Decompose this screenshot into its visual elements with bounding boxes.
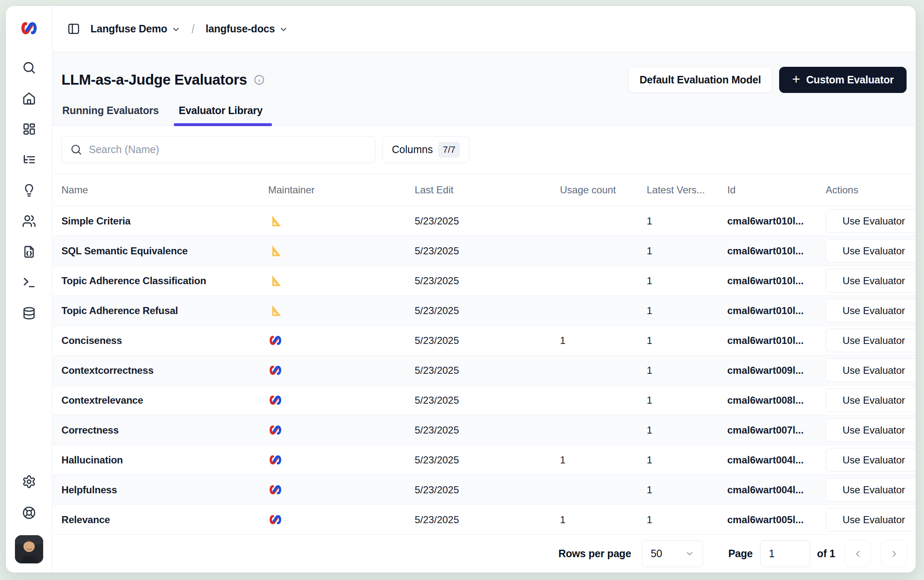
sidebar-nav	[20, 59, 38, 322]
use-evaluator-button[interactable]: Use Evaluator	[826, 508, 916, 531]
page-number-input[interactable]	[760, 540, 810, 567]
langfuse-icon	[268, 423, 415, 437]
sidebar-item-home[interactable]	[20, 90, 38, 107]
maintainer-cell	[268, 393, 415, 407]
sidebar-toggle-icon[interactable]	[65, 20, 82, 38]
latest-version: 1	[647, 484, 727, 496]
evaluator-name: Relevance	[52, 514, 268, 526]
rows-per-page-select[interactable]: 50	[642, 540, 703, 567]
project-selector[interactable]: langfuse-docs	[205, 23, 288, 35]
sidebar-item-support[interactable]	[20, 504, 38, 521]
next-page-button[interactable]	[880, 540, 907, 567]
table-row[interactable]: Hallucination5/23/202511cmal6wart004l...…	[52, 445, 916, 475]
org-selector[interactable]: Langfuse Demo	[90, 23, 181, 35]
use-evaluator-button[interactable]: Use Evaluator	[826, 448, 916, 472]
sidebar-item-users[interactable]	[20, 212, 38, 229]
dashboard-grid-icon	[22, 122, 36, 136]
main-area: Langfuse Demo / langfuse-docs LLM-as-a-J…	[52, 6, 916, 573]
tab-evaluator-library[interactable]: Evaluator Library	[179, 105, 263, 125]
latest-version: 1	[647, 245, 727, 257]
last-edit-date: 5/23/2025	[415, 424, 560, 436]
use-evaluator-button[interactable]: Use Evaluator	[826, 388, 916, 412]
sidebar-item-settings[interactable]	[20, 473, 38, 490]
table-row[interactable]: Topic Adherence Refusal5/23/20251cmal6wa…	[52, 296, 916, 326]
latest-version: 1	[647, 215, 727, 227]
maintainer-cell	[268, 423, 415, 437]
user-avatar[interactable]	[15, 535, 43, 563]
actions-cell: Use Evaluator	[826, 448, 916, 472]
table-row[interactable]: Relevance5/23/202511cmal6wart005l...Use …	[52, 505, 916, 534]
table-row[interactable]: Contextrelevance5/23/20251cmal6wart008l.…	[52, 385, 916, 415]
column-header-version: Latest Vers...	[647, 184, 727, 196]
sidebar-item-prompts[interactable]	[20, 243, 38, 260]
lifebuoy-icon	[22, 506, 36, 520]
terminal-icon	[22, 275, 36, 290]
table-row[interactable]: SQL Semantic Equivalence5/23/20251cmal6w…	[52, 236, 916, 266]
langfuse-logo-icon[interactable]	[19, 18, 39, 38]
last-edit-date: 5/23/2025	[415, 454, 560, 466]
table-body: Simple Criteria5/23/20251cmal6wart010l..…	[52, 206, 916, 534]
evaluator-name: Contextcorrectness	[52, 365, 268, 376]
table-row[interactable]: Correctness5/23/20251cmal6wart007l...Use…	[52, 415, 916, 445]
tab-running-evaluators[interactable]: Running Evaluators	[62, 105, 159, 125]
latest-version: 1	[647, 424, 727, 436]
rows-per-page-value: 50	[650, 548, 662, 560]
use-evaluator-button[interactable]: Use Evaluator	[826, 418, 916, 442]
actions-cell: Use Evaluator	[826, 239, 916, 263]
columns-button[interactable]: Columns 7/7	[382, 136, 469, 163]
last-edit-date: 5/23/2025	[415, 514, 560, 526]
home-icon	[22, 91, 36, 105]
use-evaluator-button[interactable]: Use Evaluator	[826, 358, 916, 382]
column-header-lastedit: Last Edit	[415, 184, 560, 196]
chevron-down-icon	[685, 549, 694, 558]
use-evaluator-button[interactable]: Use Evaluator	[826, 478, 916, 502]
search-icon	[22, 61, 36, 75]
last-edit-date: 5/23/2025	[415, 484, 560, 496]
info-icon[interactable]	[254, 74, 265, 85]
custom-evaluator-label: Custom Evaluator	[806, 74, 894, 86]
previous-page-button[interactable]	[844, 540, 871, 567]
table-row[interactable]: Helpfulness5/23/20251cmal6wart004l...Use…	[52, 475, 916, 505]
evaluator-name: Simple Criteria	[52, 215, 268, 227]
page-label: Page	[728, 548, 753, 560]
actions-cell: Use Evaluator	[826, 478, 916, 502]
chevron-left-icon	[853, 549, 863, 559]
table-row[interactable]: Conciseness5/23/202511cmal6wart010l...Us…	[52, 326, 916, 356]
sidebar-item-search[interactable]	[20, 59, 38, 76]
last-edit-date: 5/23/2025	[415, 365, 560, 376]
table-row[interactable]: Contextcorrectness5/23/20251cmal6wart009…	[52, 356, 916, 385]
file-code-icon	[22, 245, 36, 259]
sidebar-item-evaluation[interactable]	[20, 182, 38, 199]
last-edit-date: 5/23/2025	[415, 275, 560, 287]
use-evaluator-button[interactable]: Use Evaluator	[826, 329, 916, 352]
use-evaluator-button[interactable]: Use Evaluator	[826, 239, 916, 263]
evaluator-name: Topic Adherence Refusal	[52, 305, 268, 317]
evaluator-name: Conciseness	[52, 335, 268, 346]
sidebar-item-datasets[interactable]	[20, 305, 38, 322]
table-row[interactable]: Simple Criteria5/23/20251cmal6wart010l..…	[52, 206, 916, 236]
sidebar-item-playground[interactable]	[20, 274, 38, 291]
list-tree-icon	[22, 153, 36, 167]
default-evaluation-model-button[interactable]: Default Evaluation Model	[628, 67, 772, 93]
table-row[interactable]: Topic Adherence Classification5/23/20251…	[52, 266, 916, 296]
use-evaluator-button[interactable]: Use Evaluator	[826, 269, 916, 292]
latest-version: 1	[647, 514, 727, 526]
ragas-icon	[268, 214, 415, 228]
database-icon	[22, 306, 36, 320]
sidebar-item-tracing[interactable]	[20, 151, 38, 168]
evaluator-id: cmal6wart009l...	[727, 365, 826, 376]
content-area: Columns 7/7 NameMaintainerLast EditUsage…	[52, 126, 916, 534]
columns-count-badge: 7/7	[438, 142, 460, 158]
use-evaluator-button[interactable]: Use Evaluator	[826, 299, 916, 322]
tab-bar: Running Evaluators Evaluator Library	[61, 105, 907, 125]
latest-version: 1	[647, 335, 727, 346]
actions-cell: Use Evaluator	[826, 418, 916, 442]
custom-evaluator-button[interactable]: + Custom Evaluator	[779, 67, 907, 93]
pagination-bar: Rows per page 50 Page of 1	[52, 534, 916, 573]
sidebar-item-dashboards[interactable]	[20, 120, 38, 137]
rows-per-page-label: Rows per page	[558, 548, 631, 560]
maintainer-cell	[268, 214, 415, 228]
evaluator-id: cmal6wart010l...	[727, 275, 826, 287]
search-input[interactable]	[89, 144, 367, 156]
use-evaluator-button[interactable]: Use Evaluator	[826, 209, 916, 233]
